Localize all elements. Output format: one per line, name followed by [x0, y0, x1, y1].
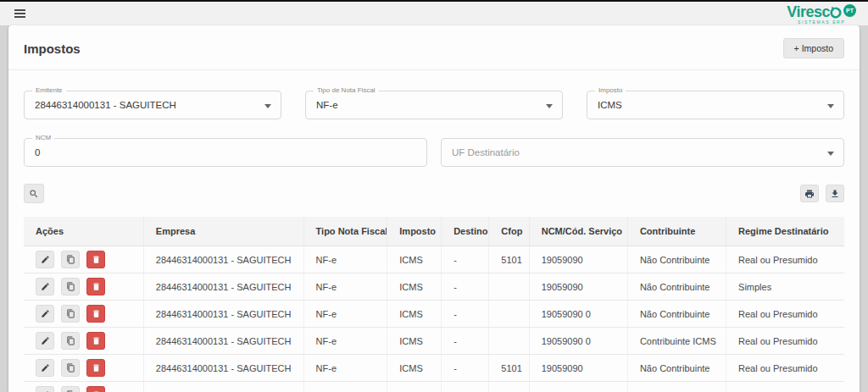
delete-button[interactable]: [86, 305, 105, 323]
imposto-label: Imposto: [595, 86, 626, 94]
ncm-label: NCM: [32, 134, 54, 141]
download-button[interactable]: [826, 185, 844, 202]
imposto-select[interactable]: Imposto ICMS: [587, 91, 844, 119]
regime-cell: Real ou Presumido: [726, 355, 844, 382]
print-icon: [804, 189, 815, 199]
copy-button[interactable]: [61, 386, 80, 392]
destino-cell: -: [442, 246, 489, 273]
delete-button[interactable]: [86, 278, 105, 295]
cfop-cell: [489, 301, 529, 328]
copy-button[interactable]: [61, 251, 80, 268]
delete-button[interactable]: [86, 359, 105, 377]
copy-button[interactable]: [61, 305, 80, 323]
imposto-cell: ICMS: [387, 246, 442, 273]
copy-button[interactable]: [61, 359, 80, 377]
destino-cell: -: [442, 355, 489, 382]
uf-destinatario-placeholder: UF Destinatário: [442, 139, 843, 166]
trash-icon: [92, 336, 101, 345]
toolbar: [24, 184, 844, 203]
tipo-nota-fiscal-cell: NF-e: [303, 246, 387, 273]
regime-cell: Real ou Presumido: [726, 328, 844, 355]
table-row: 28446314000131 - SAGUITECH NF-e ICMS - 1…: [24, 328, 844, 355]
table-body: 28446314000131 - SAGUITECH NF-e ICMS - 5…: [24, 246, 844, 392]
filter-row-1: Emitente 28446314000131 - SAGUITECH Tipo…: [24, 91, 844, 119]
actions-cell: [24, 301, 143, 328]
actions-cell: [24, 273, 143, 301]
destino-cell: -: [442, 301, 489, 328]
edit-button[interactable]: [36, 251, 54, 268]
regime-cell: Real ou Presumido: [726, 301, 844, 328]
regime-cell: Simples: [726, 382, 844, 392]
header-regime: Regime Destinatário: [726, 217, 844, 246]
contribuinte-cell: Não Contribuinte: [627, 382, 726, 392]
delete-button[interactable]: [86, 332, 105, 350]
page-title: Impostos: [24, 41, 81, 56]
header-tipo-nota-fiscal: Tipo Nota Fiscal: [303, 217, 387, 246]
ncm-input[interactable]: NCM 0: [24, 138, 427, 167]
contribuinte-cell: Não Contribuinte: [627, 246, 726, 273]
tipo-nota-fiscal-cell: NF-e: [303, 328, 387, 355]
pencil-icon: [41, 363, 50, 373]
uf-destinatario-select[interactable]: UF Destinatário: [441, 138, 844, 167]
search-button[interactable]: [24, 184, 44, 203]
cfop-cell: 5101: [489, 355, 529, 382]
header-contribuinte: Contribuinte: [627, 217, 726, 246]
header-imposto: Imposto: [387, 217, 442, 246]
tipo-nota-fiscal-cell: NF-e: [303, 355, 387, 382]
copy-icon: [66, 282, 75, 291]
edit-button[interactable]: [36, 359, 54, 377]
top-app-bar: Viresc PT SISTEMAS ERP: [0, 2, 868, 25]
actions-cell: [24, 328, 143, 355]
hamburger-menu-icon[interactable]: [13, 8, 27, 19]
ncm-cell: 19059090: [529, 273, 627, 301]
trash-icon: [92, 309, 101, 318]
pencil-icon: [41, 255, 50, 264]
table-row: 28446314000131 - SAGUITECH NF-e ICMS - 5…: [24, 355, 844, 382]
header-acoes: Ações: [24, 217, 143, 246]
trash-icon: [92, 282, 101, 291]
imposto-value: ICMS: [587, 91, 843, 119]
header-destino: Destino: [442, 217, 489, 246]
tipo-nota-fiscal-cell: NF-e: [303, 301, 387, 328]
empresa-cell: 28446314000131 - SAGUITECH: [143, 382, 303, 392]
contribuinte-cell: Não Contribuinte: [627, 273, 726, 301]
edit-button[interactable]: [36, 305, 54, 323]
card-header: Impostos + Imposto: [8, 38, 860, 70]
print-button[interactable]: [800, 185, 819, 202]
contribuinte-cell: Não Contribuinte: [627, 355, 726, 382]
pencil-icon: [41, 336, 50, 345]
imposto-cell: ICMS: [387, 382, 442, 392]
logo-pt-badge: PT: [843, 4, 856, 17]
table-row: 28446314000131 - SAGUITECH NF-e ICMS - 1…: [24, 301, 844, 328]
copy-button[interactable]: [61, 278, 80, 295]
add-imposto-button[interactable]: + Imposto: [783, 38, 844, 58]
download-icon: [830, 189, 840, 199]
edit-button[interactable]: [36, 332, 54, 350]
tipo-nota-fiscal-value: NF-e: [306, 91, 562, 119]
ncm-cell: 19059090 0: [529, 301, 627, 328]
delete-button[interactable]: [86, 386, 105, 392]
cfop-cell: 5101: [489, 382, 529, 392]
cfop-cell: 5101: [489, 246, 529, 273]
ncm-cell: 19059090: [529, 355, 627, 382]
header-empresa: Empresa: [143, 217, 303, 246]
edit-button[interactable]: [36, 278, 54, 295]
ncm-cell: 19059090: [529, 246, 627, 273]
logo-text: Viresc: [787, 4, 830, 19]
emitente-select[interactable]: Emitente 28446314000131 - SAGUITECH: [24, 91, 281, 119]
copy-icon: [66, 336, 75, 345]
delete-button[interactable]: [86, 251, 105, 268]
content-card: Impostos + Imposto Emitente 284463140001…: [8, 25, 860, 392]
imposto-cell: ICMS: [387, 355, 442, 382]
copy-icon: [66, 363, 75, 373]
pencil-icon: [41, 309, 50, 318]
tipo-nota-fiscal-select[interactable]: Tipo de Nota Fiscal NF-e: [305, 91, 563, 119]
trash-icon: [92, 255, 101, 264]
logo-subtext: SISTEMAS ERP: [798, 20, 845, 25]
copy-button[interactable]: [61, 332, 80, 350]
tipo-nota-fiscal-cell: NF-e: [303, 382, 387, 392]
logo-recycle-o-icon: [830, 7, 842, 19]
emitente-label: Emitente: [32, 86, 66, 94]
imposto-cell: ICMS: [387, 328, 442, 355]
edit-button[interactable]: [36, 386, 54, 392]
